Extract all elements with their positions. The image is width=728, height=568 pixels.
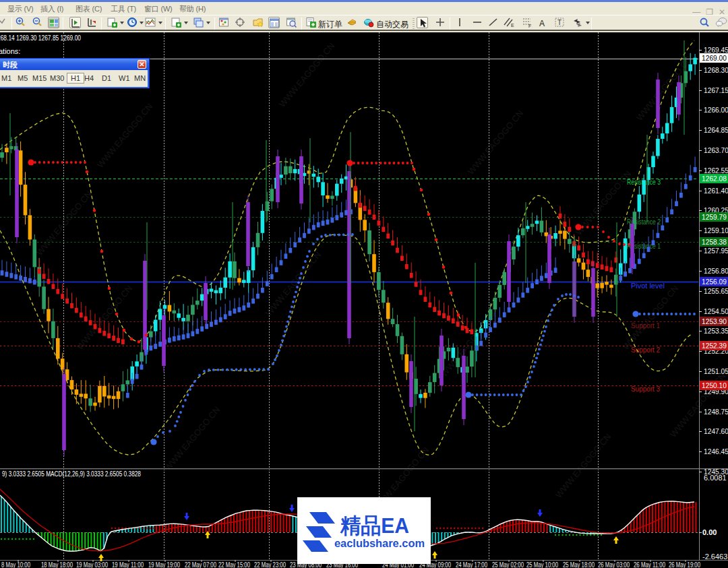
svg-text:1263.70: 1263.70 [704,146,728,154]
svg-text:0.00: 0.00 [702,528,717,536]
svg-text:1252.39: 1252.39 [702,342,727,350]
svg-text:18 May 18:00: 18 May 18:00 [41,561,73,568]
svg-text:1258.38: 1258.38 [702,238,727,246]
svg-text:22 May 15:00: 22 May 15:00 [218,561,250,568]
svg-text:25 May 10:00: 25 May 10:00 [526,561,558,568]
svg-text:1255.65: 1255.65 [704,287,728,295]
svg-text:6.0081: 6.0081 [704,474,727,482]
svg-text:精品EA: 精品EA [340,513,409,538]
svg-text:1248.75: 1248.75 [704,408,728,416]
svg-text:ations:: ations: [0,47,20,55]
svg-text:1247.60: 1247.60 [704,427,728,435]
svg-text:268.14 1269.30 1267.85 1269.00: 268.14 1269.30 1267.85 1269.00 [0,34,81,42]
svg-text:19 May 19:00: 19 May 19:00 [148,561,180,568]
svg-text:1262.08: 1262.08 [702,175,727,183]
svg-text:eaclubshare.com: eaclubshare.com [334,537,425,550]
svg-text:-2.6463: -2.6463 [702,553,727,561]
svg-text:9) 3.0333 2.6505 MACD(12,26,: 9) 3.0333 2.6505 MACD(12,26,9) 3.0333 2.… [2,470,141,478]
svg-text:Support 3: Support 3 [631,385,660,393]
svg-text:1256.80: 1256.80 [704,267,728,275]
svg-text:22 May 07:00: 22 May 07:00 [185,561,216,568]
svg-text:25 May 02:00: 25 May 02:00 [492,561,524,568]
svg-text:19 May 03:00: 19 May 03:00 [76,561,108,568]
svg-text:8 May 10:00: 8 May 10:00 [1,561,30,568]
svg-text:1259.79: 1259.79 [702,213,727,221]
svg-text:19 May 11:00: 19 May 11:00 [112,561,144,568]
svg-text:F: F [528,24,531,28]
svg-text:1261.40: 1261.40 [704,187,728,195]
svg-text:E: E [511,23,514,28]
svg-text:1253.90: 1253.90 [702,317,727,325]
svg-text:1250.10: 1250.10 [702,381,727,389]
svg-text:T: T [557,19,562,26]
svg-text:1268.30: 1268.30 [704,66,728,74]
svg-text:1267.15: 1267.15 [704,86,728,94]
svg-text:1251.05: 1251.05 [704,367,728,375]
svg-text:26 May 03:00: 26 May 03:00 [598,561,630,568]
svg-text:1259.10: 1259.10 [704,226,728,234]
svg-text:1266.00: 1266.00 [704,106,728,114]
svg-text:1264.85: 1264.85 [704,126,728,134]
svg-text:1269.00: 1269.00 [702,54,727,62]
svg-text:1262.55: 1262.55 [704,166,728,175]
svg-text:26 May 11:00: 26 May 11:00 [634,561,665,568]
svg-text:1269.45: 1269.45 [704,46,728,54]
svg-text:24 May 17:00: 24 May 17:00 [456,561,487,568]
svg-text:1254.50: 1254.50 [704,307,728,315]
svg-text:Support 1: Support 1 [631,321,660,329]
svg-text:26 May 19:00: 26 May 19:00 [669,561,700,568]
svg-text:25 May 18:00: 25 May 18:00 [563,561,595,568]
svg-text:1253.35: 1253.35 [704,327,728,335]
svg-text:1246.45: 1246.45 [704,447,728,455]
svg-text:22 May 23:00: 22 May 23:00 [254,561,286,568]
svg-text:1257.95: 1257.95 [704,247,728,255]
svg-text:Pivot level: Pivot level [631,282,665,290]
svg-text:1256.09: 1256.09 [702,278,727,286]
